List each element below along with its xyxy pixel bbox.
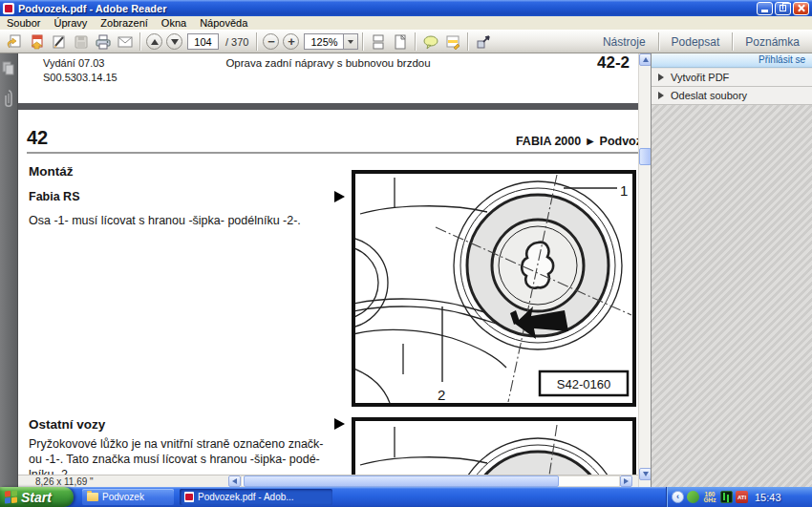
menu-napoveda[interactable]: Nápověda <box>193 17 254 29</box>
menu-soubor[interactable]: Soubor <box>0 17 47 29</box>
toolbar-separator <box>415 32 416 51</box>
vertical-scrollbar[interactable] <box>638 53 651 487</box>
sign-button[interactable] <box>48 32 70 52</box>
right-arrow-icon <box>624 478 629 484</box>
navigation-pane-strip <box>0 53 18 487</box>
previous-page-button[interactable] <box>146 33 162 50</box>
page-current: 42 FABIA 2000 ► Podvoz Montáž Fabia RS O… <box>18 110 638 475</box>
document-pane[interactable]: Vydání 07.03 S00.5303.14.15 Oprava zadní… <box>18 53 638 487</box>
page-number-input[interactable] <box>187 33 219 50</box>
taskbar: Start Podvozek Podvozek.pdf - Adob... ‹ … <box>0 487 812 507</box>
figure-axle-bushing-2 <box>352 417 636 475</box>
open-button[interactable] <box>4 32 26 52</box>
section-title: Montáž <box>29 164 74 179</box>
save-button[interactable] <box>70 32 92 52</box>
panel-empty-hatch <box>652 105 812 487</box>
single-page-button[interactable] <box>389 32 411 52</box>
comment-bubble-icon <box>422 33 439 51</box>
zoom-dropdown-button[interactable] <box>344 33 358 50</box>
minimize-button[interactable] <box>757 2 773 15</box>
page-separator <box>18 103 638 110</box>
tray-meter-icon[interactable] <box>720 491 733 503</box>
email-button[interactable] <box>114 32 136 52</box>
figure-axle-bushing: S42-0160 1 2 <box>352 170 636 407</box>
sign-pencil-icon <box>51 33 68 51</box>
menu-okna[interactable]: Okna <box>155 17 193 29</box>
body-text-line2: ou -1-. Tato značka musí lícovat s hrano… <box>29 453 320 466</box>
toolbar: / 370 − + 125% Nástroje Podepsat Poznámk… <box>0 30 812 53</box>
start-button[interactable]: Start <box>0 487 74 507</box>
create-pdf-button[interactable] <box>26 32 48 52</box>
restore-button[interactable] <box>775 2 791 15</box>
toolbar-separator <box>256 32 257 51</box>
page-thumbnails-icon[interactable] <box>2 61 15 75</box>
up-arrow-icon <box>151 39 159 45</box>
plus-icon: + <box>288 35 295 48</box>
tray-ati-icon[interactable]: ATI <box>736 491 748 503</box>
expand-triangle-icon <box>658 74 664 81</box>
status-bar: 8,26 x 11,69 " <box>18 475 638 487</box>
hscroll-right-button[interactable] <box>620 475 632 487</box>
task-label: Podvozek.pdf - Adob... <box>198 492 294 502</box>
single-page-icon <box>392 33 409 51</box>
highlight-button[interactable] <box>441 32 463 52</box>
system-tray: ‹ 160 GHz ATI 15:43 <box>666 487 812 507</box>
create-pdf-icon <box>29 33 46 51</box>
scroll-mode-button[interactable] <box>367 32 389 52</box>
close-icon <box>797 4 805 12</box>
fullscreen-button[interactable] <box>472 32 494 52</box>
minimize-icon <box>761 10 768 12</box>
zoom-level-value[interactable]: 125% <box>304 33 344 50</box>
zoom-in-button[interactable]: + <box>283 33 299 50</box>
tray-antivirus-icon[interactable] <box>687 491 699 503</box>
page-previous: Vydání 07.03 S00.5303.14.15 Oprava zadní… <box>18 53 638 103</box>
tab-nastroje[interactable]: Nástroje <box>590 35 658 49</box>
zoom-out-button[interactable]: − <box>263 33 279 50</box>
fullscreen-icon <box>475 33 492 51</box>
pdf-app-icon[interactable] <box>3 3 14 14</box>
tray-cpu-speed-icon[interactable]: 160 GHz <box>702 492 717 503</box>
restore-icon <box>780 5 786 11</box>
taskbar-task-podvozek-folder[interactable]: Podvozek <box>82 489 174 505</box>
tab-poznamka[interactable]: Poznámka <box>733 35 812 49</box>
hide-icons-chevron[interactable]: ‹ <box>672 491 684 503</box>
body-text-fabia: Osa -1- musí lícovat s hranou -šipka- po… <box>29 214 301 227</box>
highlight-icon <box>444 33 461 51</box>
open-icon <box>7 33 24 51</box>
comment-button[interactable] <box>419 32 441 52</box>
doc-page-number: 42-2 <box>597 53 630 73</box>
next-page-button[interactable] <box>166 33 182 50</box>
left-arrow-icon <box>232 478 237 484</box>
title-bar: Podvozek.pdf - Adobe Reader <box>0 0 812 16</box>
toolbar-panels-tabs: Nástroje Podepsat Poznámka <box>590 30 812 53</box>
print-button[interactable] <box>92 32 114 52</box>
folder-icon <box>87 493 98 501</box>
toolbar-separator <box>139 32 140 51</box>
page-total-label: / 370 <box>225 36 248 48</box>
tray-clock: 15:43 <box>755 492 781 503</box>
subsection-ostatni-vozy: Ostatní vozy <box>29 417 105 432</box>
start-label: Start <box>21 490 52 505</box>
window-title: Podvozek.pdf - Adobe Reader <box>18 3 166 14</box>
taskbar-task-podvozek-pdf[interactable]: Podvozek.pdf - Adob... <box>180 489 332 505</box>
hscroll-thumb[interactable] <box>244 475 559 487</box>
hscroll-left-button[interactable] <box>228 475 241 487</box>
menu-bar: Soubor Úpravy Zobrazení Okna Nápověda <box>0 16 812 30</box>
menu-upravy[interactable]: Úpravy <box>47 17 94 29</box>
down-arrow-icon <box>643 472 649 476</box>
doc-code: S00.5303.14.15 <box>43 72 118 83</box>
task-label: Podvozek <box>102 492 144 502</box>
doc-running-header: Oprava zadní nápravy s bubnovou brzdou <box>18 57 638 69</box>
toolbar-separator <box>467 32 468 51</box>
sign-in-link[interactable]: Přihlásit se <box>652 53 812 68</box>
menu-zobrazeni[interactable]: Zobrazení <box>94 17 155 29</box>
attachments-paperclip-icon[interactable] <box>3 89 14 110</box>
pdf-file-icon <box>184 492 194 502</box>
close-button[interactable] <box>793 2 809 15</box>
tab-podepsat[interactable]: Podepsat <box>659 35 733 49</box>
pointer-arrow-icon <box>334 191 345 202</box>
save-icon <box>73 33 90 51</box>
panel-item-send-files[interactable]: Odeslat soubory <box>652 87 812 105</box>
panel-item-create-pdf[interactable]: Vytvořit PDF <box>652 69 812 87</box>
figure-label-2: 2 <box>438 387 445 403</box>
